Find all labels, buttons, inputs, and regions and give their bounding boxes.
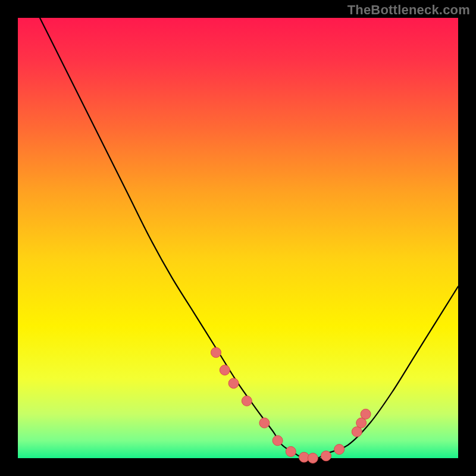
marker-dot xyxy=(334,444,345,455)
bottleneck-chart xyxy=(0,0,476,476)
marker-dot xyxy=(259,418,270,428)
chart-stage: TheBottleneck.com xyxy=(0,0,476,476)
marker-dot xyxy=(308,453,318,464)
marker-dot xyxy=(242,396,252,406)
watermark-text: TheBottleneck.com xyxy=(347,2,470,18)
marker-dot xyxy=(286,446,296,456)
marker-dot xyxy=(211,347,221,358)
marker-dot xyxy=(361,409,371,419)
marker-dot xyxy=(228,378,239,389)
marker-dot xyxy=(321,451,331,461)
marker-dot xyxy=(220,365,230,375)
marker-dot xyxy=(273,436,283,446)
